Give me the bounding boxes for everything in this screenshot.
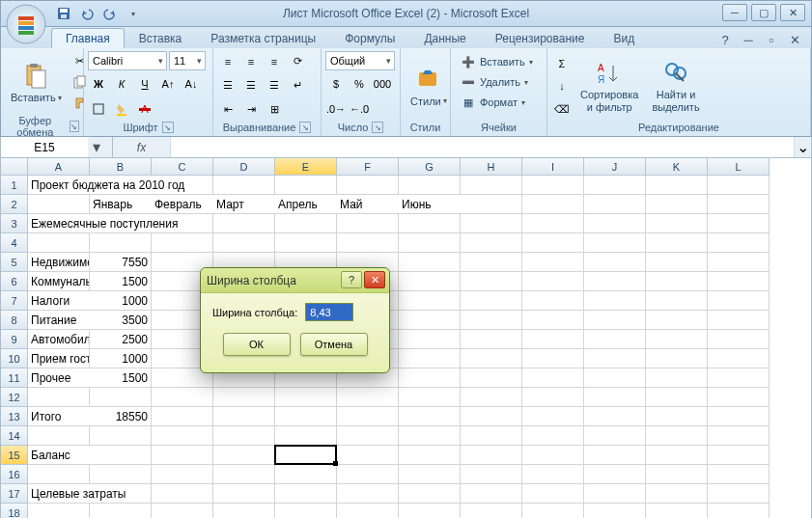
cell[interactable] xyxy=(275,233,337,253)
cell[interactable] xyxy=(337,484,399,504)
accounting-icon[interactable]: $ xyxy=(325,73,347,95)
row-header[interactable]: 11 xyxy=(1,368,28,388)
cell-value[interactable]: Прием гостей xyxy=(28,349,90,368)
formula-input[interactable] xyxy=(171,137,794,157)
cell[interactable] xyxy=(584,176,646,195)
cell[interactable] xyxy=(522,330,584,349)
dialog-close-icon[interactable]: ✕ xyxy=(364,271,385,288)
spreadsheet-grid[interactable]: ABCDEFGHIJKL 123456789101112131415161718… xyxy=(0,158,812,518)
cell[interactable] xyxy=(708,426,770,446)
cell[interactable] xyxy=(337,504,399,518)
cell[interactable] xyxy=(461,330,522,349)
cell[interactable] xyxy=(337,233,399,253)
insert-cells-button[interactable]: ➕Вставить▾ xyxy=(455,52,543,71)
cell[interactable] xyxy=(399,484,461,504)
cell[interactable] xyxy=(213,407,275,426)
autosum-icon[interactable]: Σ xyxy=(551,53,573,74)
ok-button[interactable]: ОК xyxy=(223,333,291,356)
cell[interactable] xyxy=(213,176,275,195)
cell[interactable] xyxy=(646,291,708,311)
cell[interactable] xyxy=(522,272,584,291)
cell[interactable] xyxy=(337,388,399,407)
cell[interactable] xyxy=(522,311,584,330)
cell-value[interactable]: 1500 xyxy=(90,368,152,388)
cell[interactable] xyxy=(337,407,399,426)
save-icon[interactable] xyxy=(53,3,74,24)
cell[interactable] xyxy=(584,272,646,291)
cell[interactable] xyxy=(522,291,584,311)
merge-icon[interactable]: ⊞ xyxy=(264,99,285,121)
cell[interactable] xyxy=(90,233,152,253)
cell[interactable] xyxy=(584,253,646,272)
row-header[interactable]: 1 xyxy=(1,176,28,195)
cell[interactable] xyxy=(399,368,461,388)
cell[interactable] xyxy=(399,176,461,195)
orientation-icon[interactable]: ⟳ xyxy=(287,51,308,72)
cell[interactable] xyxy=(461,446,522,465)
fill-color-icon[interactable] xyxy=(111,98,132,120)
cell[interactable] xyxy=(213,233,275,253)
cell[interactable] xyxy=(399,446,461,465)
restore-window-icon[interactable]: ▫ xyxy=(763,31,780,48)
cells-area[interactable]: Проект бюджета на 2010 годЯнварьФевральМ… xyxy=(28,176,811,518)
column-header[interactable]: L xyxy=(708,158,770,176)
ribbon-tab-1[interactable]: Вставка xyxy=(125,28,197,48)
bold-button[interactable]: Ж xyxy=(88,73,109,95)
column-header[interactable]: H xyxy=(461,158,522,176)
cell[interactable] xyxy=(522,176,584,195)
cell[interactable] xyxy=(461,465,522,484)
cell-value[interactable]: Автомобиль xyxy=(28,330,90,349)
row-header[interactable]: 7 xyxy=(1,291,28,311)
cell[interactable] xyxy=(461,233,522,253)
cell[interactable] xyxy=(399,311,461,330)
cell[interactable] xyxy=(522,484,584,504)
cell[interactable] xyxy=(275,465,337,484)
cell[interactable] xyxy=(213,214,275,233)
column-header[interactable]: G xyxy=(399,158,461,176)
clipboard-launcher-icon[interactable]: ↘ xyxy=(70,121,79,132)
cell[interactable] xyxy=(461,195,522,214)
cell[interactable] xyxy=(584,504,646,518)
align-bottom-icon[interactable]: ≡ xyxy=(264,51,285,72)
cell[interactable] xyxy=(28,388,90,407)
row-header[interactable]: 2 xyxy=(1,195,28,214)
cell-value[interactable]: Недвижимость xyxy=(28,253,90,272)
cell-value[interactable]: 18550 xyxy=(90,407,152,426)
font-name-combo[interactable]: Calibri xyxy=(88,51,167,70)
comma-icon[interactable]: 000 xyxy=(372,73,393,95)
row-header[interactable]: 8 xyxy=(1,311,28,330)
align-middle-icon[interactable]: ≡ xyxy=(240,51,262,72)
cell-value[interactable]: Коммунальные xyxy=(28,272,90,291)
cell[interactable] xyxy=(461,311,522,330)
column-header[interactable]: B xyxy=(90,158,152,176)
number-format-combo[interactable]: Общий xyxy=(325,51,395,70)
cell[interactable] xyxy=(708,388,770,407)
cell[interactable] xyxy=(646,484,708,504)
cell[interactable] xyxy=(584,233,646,253)
cell[interactable] xyxy=(275,504,337,518)
cell[interactable] xyxy=(708,176,770,195)
cell-value[interactable]: 3500 xyxy=(90,311,152,330)
column-header[interactable]: C xyxy=(152,158,213,176)
row-header[interactable]: 5 xyxy=(1,253,28,272)
dialog-help-icon[interactable]: ? xyxy=(341,271,362,288)
cell[interactable] xyxy=(584,291,646,311)
format-cells-button[interactable]: ▦Формат▾ xyxy=(455,93,543,112)
cell[interactable] xyxy=(522,349,584,368)
align-center-icon[interactable]: ☰ xyxy=(240,75,262,96)
cell-value[interactable]: Февраль xyxy=(152,195,213,214)
cell[interactable] xyxy=(708,368,770,388)
align-left-icon[interactable]: ☰ xyxy=(217,75,238,96)
cell[interactable] xyxy=(584,426,646,446)
cell[interactable] xyxy=(646,504,708,518)
column-width-input[interactable] xyxy=(305,303,353,321)
ribbon-tab-2[interactable]: Разметка страницы xyxy=(196,28,330,48)
clear-icon[interactable]: ⌫ xyxy=(551,98,573,120)
cell[interactable] xyxy=(708,253,770,272)
cell[interactable] xyxy=(461,426,522,446)
cell[interactable] xyxy=(646,311,708,330)
cell[interactable] xyxy=(90,504,152,518)
wrap-text-icon[interactable]: ↵ xyxy=(287,75,308,96)
cell[interactable] xyxy=(522,426,584,446)
cell[interactable] xyxy=(275,388,337,407)
